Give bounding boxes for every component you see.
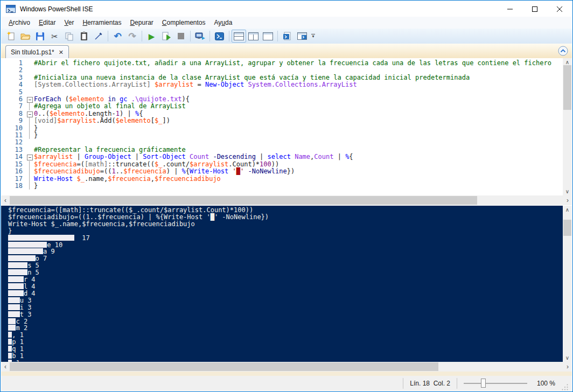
code-text: $frecuenciadibujo=((1..$frecuencia) | %{… <box>34 168 295 175</box>
console-hscroll-thumb[interactable] <box>10 362 438 371</box>
zoom-slider[interactable] <box>464 378 527 389</box>
run-script-icon[interactable]: ▶ <box>144 30 159 43</box>
console-command-line: Write-Host $_.name,$frecuencia,$frecuenc… <box>8 221 563 228</box>
editor-line-11[interactable]: 11} <box>1 132 563 139</box>
editor-line-6[interactable]: 6−ForEach ($elemento in gc .\quijote.txt… <box>1 96 563 103</box>
scroll-right-icon[interactable]: › <box>563 362 572 372</box>
toolbar-overflow-icon[interactable]: ▾ <box>311 34 315 38</box>
frequency-bar-label: d 4 <box>24 290 36 297</box>
editor-line-7[interactable]: 7#Agrega un objeto al final de ArrayList <box>1 103 563 110</box>
scroll-left-icon[interactable]: ‹ <box>1 362 10 372</box>
frequency-bar-row: d 4 <box>8 290 563 297</box>
minimize-button[interactable] <box>498 1 522 17</box>
close-button[interactable] <box>547 1 572 17</box>
scroll-down-icon[interactable]: ∨ <box>563 187 572 195</box>
zoom-slider-thumb[interactable] <box>481 379 486 388</box>
editor-line-2[interactable]: 2 <box>1 67 563 74</box>
statusbar-separator <box>457 378 457 389</box>
console-vscroll-thumb[interactable] <box>563 220 571 236</box>
collapse-script-pane-button[interactable] <box>558 46 568 58</box>
editor-line-18[interactable]: 18} <box>1 183 563 190</box>
menu-herramientas[interactable]: Herramientas <box>78 18 125 27</box>
toolbar: ✂ ↶ ↷ ▶ ▾ <box>1 29 572 44</box>
editor-line-16[interactable]: 16$frecuenciadibujo=((1..$frecuencia) | … <box>1 168 563 175</box>
fold-collapse-icon[interactable]: − <box>27 153 34 160</box>
new-remote-powershell-tab-icon[interactable] <box>193 30 207 43</box>
window-controls <box>498 1 572 17</box>
editor-line-9[interactable]: 9[void]$arraylist.Add($elemento[$_]) <box>1 117 563 124</box>
console-command-line: $frecuencia=([math]::truncate(($_.count/… <box>8 207 563 214</box>
menu-ver[interactable]: Ver <box>60 18 78 27</box>
editor-line-5[interactable]: 5 <box>1 89 563 96</box>
console-vertical-scrollbar[interactable]: ∧ ∨ <box>563 206 572 362</box>
console-pane[interactable]: $frecuencia=([math]::truncate(($_.count/… <box>1 206 572 362</box>
editor-line-13[interactable]: 13#Representar la frecuencia gráficament… <box>1 146 563 153</box>
fold-collapse-icon[interactable]: − <box>27 96 34 103</box>
fold-gutter <box>27 183 34 190</box>
stop-icon[interactable] <box>173 30 188 43</box>
editor-horizontal-scrollbar[interactable]: ‹ › <box>1 195 572 205</box>
resize-grip[interactable] <box>562 384 569 391</box>
cut-icon[interactable]: ✂ <box>47 30 62 43</box>
start-powershell-icon[interactable] <box>212 30 227 43</box>
console-horizontal-scrollbar[interactable]: ‹ › <box>1 362 572 372</box>
show-console-pane-icon[interactable] <box>295 30 309 43</box>
menu-archivo[interactable]: Archivo <box>4 18 34 27</box>
maximize-button[interactable] <box>522 1 547 17</box>
menu-complementos[interactable]: Complementos <box>158 18 210 27</box>
tab-close-icon[interactable]: ✕ <box>59 49 64 56</box>
new-script-icon[interactable] <box>4 30 18 43</box>
frequency-bar-label: i 3 <box>20 304 32 311</box>
undo-icon[interactable]: ↶ <box>110 30 125 43</box>
menu-depurar[interactable]: Depurar <box>125 18 157 27</box>
frequency-bar-label: e 10 <box>47 241 62 249</box>
new-powershell-tab-icon[interactable] <box>280 30 295 43</box>
line-number: 17 <box>1 176 27 183</box>
layout-script-pane-maximized-icon[interactable] <box>261 30 275 43</box>
code-text: ForEach ($elemento in gc .\quijote.txt){ <box>34 96 190 103</box>
layout-script-pane-right-icon[interactable] <box>246 30 261 43</box>
frequency-bar-label: b 1 <box>12 352 24 360</box>
editor-line-3[interactable]: 3#Inicializa una nueva instancia de la c… <box>1 74 563 81</box>
paste-icon[interactable] <box>76 30 91 43</box>
editor-vscroll-thumb[interactable] <box>563 65 571 110</box>
frequency-bar <box>8 276 24 282</box>
editor-line-1[interactable]: 1#Abrir el fichero quijote.txt, añadir a… <box>1 60 563 67</box>
line-number: 12 <box>1 139 27 146</box>
editor-line-8[interactable]: 8−0..($elemento.Length-1) | %{ <box>1 110 563 117</box>
fold-collapse-icon[interactable]: − <box>27 110 34 117</box>
tab-sin-titulo1[interactable]: Sin título1.ps1* ✕ <box>5 45 69 59</box>
line-number: 3 <box>1 74 27 81</box>
editor-line-4[interactable]: 4[System.Collections.ArrayList] $arrayli… <box>1 81 563 88</box>
frequency-bar-row: o 7 <box>8 255 563 262</box>
frequency-bar <box>8 325 16 331</box>
scroll-up-icon[interactable]: ∧ <box>563 206 572 214</box>
frequency-bar-row: a 9 <box>8 248 563 255</box>
editor-code[interactable]: 1#Abrir el fichero quijote.txt, añadir a… <box>1 58 563 195</box>
editor-vertical-scrollbar[interactable]: ∧ ∨ <box>563 58 572 195</box>
frequency-bar-label: r 4 <box>24 276 36 283</box>
editor-line-14[interactable]: 14−$arraylist | Group-Object | Sort-Obje… <box>1 153 563 160</box>
script-pane: 1#Abrir el fichero quijote.txt, añadir a… <box>1 58 572 195</box>
layout-script-pane-top-icon[interactable] <box>232 30 246 43</box>
fold-gutter <box>27 117 34 124</box>
redo-icon[interactable]: ↷ <box>125 30 139 43</box>
scroll-left-icon[interactable]: ‹ <box>1 195 10 205</box>
menu-ayuda[interactable]: Ayuda <box>210 18 237 27</box>
editor-hscroll-thumb[interactable] <box>10 196 477 205</box>
editor-line-17[interactable]: 17Write-Host $_.name,$frecuencia,$frecue… <box>1 176 563 183</box>
frequency-bar <box>8 255 36 261</box>
clear-console-pane-icon[interactable] <box>91 30 106 43</box>
console-output[interactable]: $frecuencia=([math]::truncate(($_.count/… <box>1 206 563 362</box>
line-number: 13 <box>1 146 27 153</box>
editor-line-12[interactable]: 12 <box>1 139 563 146</box>
open-icon[interactable] <box>18 30 33 43</box>
save-icon[interactable] <box>33 30 47 43</box>
run-selection-icon[interactable] <box>159 30 173 43</box>
line-number: 1 <box>1 60 27 67</box>
editor-line-10[interactable]: 10} <box>1 125 563 132</box>
scroll-right-icon[interactable]: › <box>563 195 572 205</box>
copy-icon[interactable] <box>62 30 76 43</box>
scroll-down-icon[interactable]: ∨ <box>563 354 572 362</box>
menu-editar[interactable]: Editar <box>34 18 60 27</box>
